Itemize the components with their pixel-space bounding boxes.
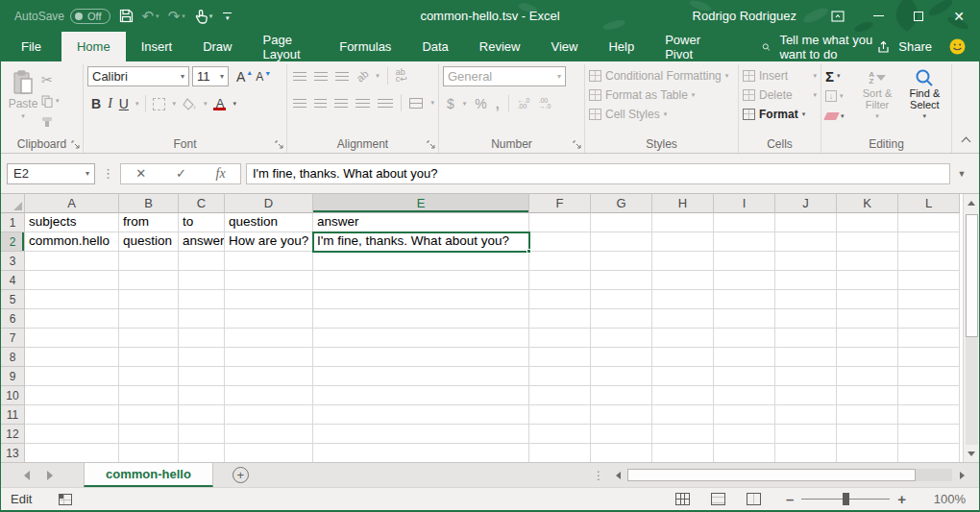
cell-F8[interactable]	[529, 348, 591, 367]
comma-style-button[interactable]: ,	[496, 96, 500, 111]
cancel-button[interactable]: ✕	[135, 166, 146, 181]
column-header-H[interactable]: H	[652, 194, 714, 213]
sheetbar-divider[interactable]: ⋮	[593, 463, 604, 487]
cell-E1[interactable]: answer	[313, 213, 529, 232]
cell-E2[interactable]: I'm fine, thanks. What about you?	[313, 232, 529, 252]
cell-I3[interactable]	[714, 252, 775, 271]
align-left-icon[interactable]	[293, 99, 306, 108]
zoom-level[interactable]: 100%	[931, 492, 966, 506]
cell-G3[interactable]	[591, 252, 652, 271]
cell-A11[interactable]	[25, 405, 119, 425]
cell-B9[interactable]	[119, 367, 179, 386]
save-button[interactable]	[119, 9, 134, 23]
page-break-preview-icon[interactable]	[747, 493, 761, 505]
share-button[interactable]: Share	[877, 32, 949, 61]
cell-J6[interactable]	[775, 309, 837, 329]
cell-K1[interactable]	[837, 213, 898, 232]
autosave-pill[interactable]: Off	[70, 9, 110, 24]
fill-color-dropdown-icon[interactable]: ▾	[204, 100, 208, 108]
cell-G7[interactable]	[591, 329, 652, 348]
cell-D8[interactable]	[225, 348, 313, 367]
undo-dropdown-icon[interactable]: ▾	[156, 12, 159, 20]
cell-I9[interactable]	[714, 367, 775, 386]
cell-A5[interactable]	[25, 290, 119, 309]
cell-A4[interactable]	[25, 271, 119, 290]
cell-C8[interactable]	[179, 348, 225, 367]
wrap-text-icon[interactable]: abc↩	[396, 69, 407, 83]
cell-L12[interactable]	[898, 425, 960, 444]
cell-I7[interactable]	[714, 329, 775, 348]
cell-H3[interactable]	[652, 252, 714, 271]
row-header-10[interactable]: 10	[1, 386, 25, 405]
fill-handle[interactable]	[527, 249, 531, 254]
tell-me-box[interactable]: Tell me what you want to do	[762, 32, 877, 61]
cell-J13[interactable]	[775, 444, 837, 462]
accounting-dropdown-icon[interactable]: ▾	[463, 100, 467, 108]
cell-H8[interactable]	[652, 348, 714, 367]
font-name-dropdown-icon[interactable]: ▾	[181, 72, 184, 81]
cell-A12[interactable]	[25, 425, 119, 444]
cell-I2[interactable]	[714, 232, 775, 252]
cell-G6[interactable]	[591, 309, 652, 329]
cell-J2[interactable]	[775, 232, 837, 252]
cell-K10[interactable]	[837, 386, 898, 405]
cell-L5[interactable]	[898, 290, 960, 309]
row-header-5[interactable]: 5	[1, 290, 25, 309]
cell-J9[interactable]	[775, 367, 837, 386]
cell-F6[interactable]	[529, 309, 591, 329]
new-sheet-button[interactable]: +	[233, 463, 249, 487]
column-header-J[interactable]: J	[775, 194, 837, 213]
cell-E3[interactable]	[313, 252, 529, 271]
zoom-slider-track[interactable]	[801, 499, 890, 500]
cell-J11[interactable]	[775, 405, 837, 425]
cell-C3[interactable]	[179, 252, 225, 271]
cell-B11[interactable]	[119, 405, 179, 425]
cell-H7[interactable]	[652, 329, 714, 348]
sheet-tab-common-hello[interactable]: common-hello	[84, 463, 213, 487]
cell-G12[interactable]	[591, 425, 652, 444]
cell-G13[interactable]	[591, 444, 652, 462]
cell-F7[interactable]	[529, 329, 591, 348]
cell-A9[interactable]	[25, 367, 119, 386]
cell-H4[interactable]	[652, 271, 714, 290]
align-top-icon[interactable]	[293, 72, 306, 81]
insert-cells-button[interactable]: Insert ▾	[743, 68, 817, 84]
cell-F9[interactable]	[529, 367, 591, 386]
increase-indent-icon[interactable]	[378, 99, 393, 108]
cell-C10[interactable]	[179, 386, 225, 405]
horizontal-scrollbar[interactable]	[604, 463, 979, 487]
cell-G1[interactable]	[591, 213, 652, 232]
delete-cells-button[interactable]: Delete ▾	[743, 87, 817, 103]
autosum-button[interactable]: Σ ▾	[825, 68, 852, 84]
increase-decimal-icon[interactable]: ←.0.00	[518, 98, 530, 110]
bold-button[interactable]: B	[91, 96, 101, 111]
orientation-icon[interactable]: ab	[355, 67, 371, 84]
cell-I8[interactable]	[714, 348, 775, 367]
cell-J1[interactable]	[775, 213, 837, 232]
cell-I6[interactable]	[714, 309, 775, 329]
cell-J4[interactable]	[775, 271, 837, 290]
cell-L9[interactable]	[898, 367, 960, 386]
redo-dropdown-icon[interactable]: ▾	[182, 12, 185, 20]
cell-B6[interactable]	[119, 309, 179, 329]
cell-C9[interactable]	[179, 367, 225, 386]
cell-I1[interactable]	[714, 213, 775, 232]
column-header-K[interactable]: K	[837, 194, 898, 213]
italic-button[interactable]: I	[108, 96, 112, 111]
align-center-icon[interactable]	[314, 99, 328, 108]
row-header-2[interactable]: 2	[1, 232, 25, 252]
format-cells-button[interactable]: Format ▾	[743, 107, 817, 122]
decrease-indent-icon[interactable]	[355, 99, 371, 108]
cell-C7[interactable]	[179, 329, 225, 348]
tab-view[interactable]: View	[535, 32, 593, 61]
cell-C6[interactable]	[179, 309, 225, 329]
cell-L3[interactable]	[898, 252, 960, 271]
cell-H10[interactable]	[652, 386, 714, 405]
cell-F12[interactable]	[529, 425, 591, 444]
row-header-6[interactable]: 6	[1, 309, 25, 329]
cell-I12[interactable]	[714, 425, 775, 444]
ribbon-display-options-button[interactable]	[818, 0, 858, 32]
cell-G5[interactable]	[591, 290, 652, 309]
tab-formulas[interactable]: Formulas	[324, 32, 406, 61]
tab-file[interactable]: File	[1, 32, 61, 61]
